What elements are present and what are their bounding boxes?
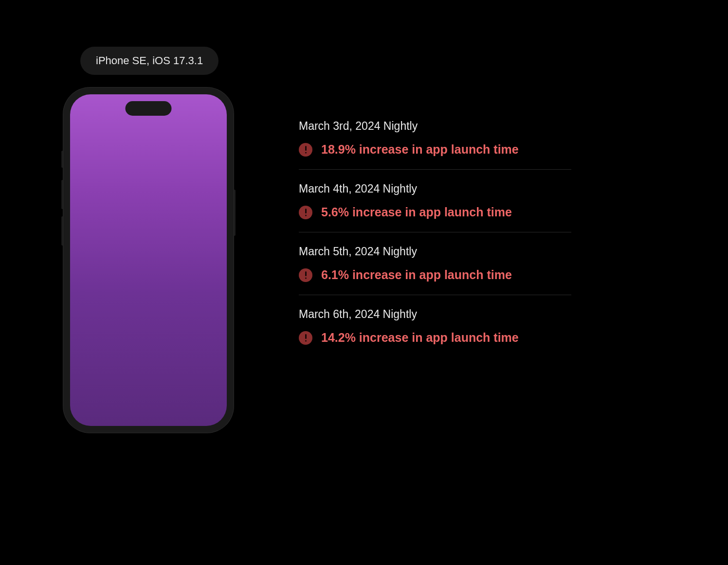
alert-icon: [299, 268, 312, 282]
metric-alert-text: 14.2% increase in app launch time: [321, 331, 519, 345]
svg-point-1: [305, 152, 307, 153]
phone-power-button: [234, 190, 236, 236]
svg-rect-2: [305, 209, 307, 213]
metric-item: March 6th, 2024 Nightly 14.2% increase i…: [299, 295, 571, 357]
phone-frame: [63, 88, 234, 433]
svg-rect-6: [305, 334, 307, 339]
svg-point-3: [305, 214, 307, 216]
metric-alert-row: 6.1% increase in app launch time: [299, 268, 571, 282]
metric-alert-row: 14.2% increase in app launch time: [299, 331, 571, 345]
dynamic-island: [126, 101, 172, 116]
metric-alert-text: 6.1% increase in app launch time: [321, 268, 512, 282]
alert-icon: [299, 143, 312, 157]
svg-rect-4: [305, 271, 307, 276]
metric-date: March 3rd, 2024 Nightly: [299, 120, 571, 133]
metric-alert-text: 18.9% increase in app launch time: [321, 142, 519, 157]
alert-icon: [299, 206, 312, 219]
device-label-text: iPhone SE, iOS 17.3.1: [96, 54, 203, 67]
metric-alert-row: 5.6% increase in app launch time: [299, 205, 571, 219]
metric-item: March 4th, 2024 Nightly 5.6% increase in…: [299, 170, 571, 232]
metrics-panel: March 3rd, 2024 Nightly 18.9% increase i…: [299, 107, 571, 357]
device-label-pill: iPhone SE, iOS 17.3.1: [80, 47, 218, 75]
metric-alert-text: 5.6% increase in app launch time: [321, 205, 512, 219]
metric-date: March 5th, 2024 Nightly: [299, 245, 571, 258]
svg-point-7: [305, 340, 307, 341]
metric-date: March 4th, 2024 Nightly: [299, 182, 571, 195]
metric-item: March 3rd, 2024 Nightly 18.9% increase i…: [299, 107, 571, 170]
phone-screen: [70, 94, 227, 426]
phone-mockup: [63, 88, 234, 433]
svg-rect-0: [305, 146, 307, 151]
alert-icon: [299, 331, 312, 345]
metric-item: March 5th, 2024 Nightly 6.1% increase in…: [299, 232, 571, 295]
svg-point-5: [305, 277, 307, 279]
metric-alert-row: 18.9% increase in app launch time: [299, 142, 571, 157]
metric-date: March 6th, 2024 Nightly: [299, 308, 571, 321]
